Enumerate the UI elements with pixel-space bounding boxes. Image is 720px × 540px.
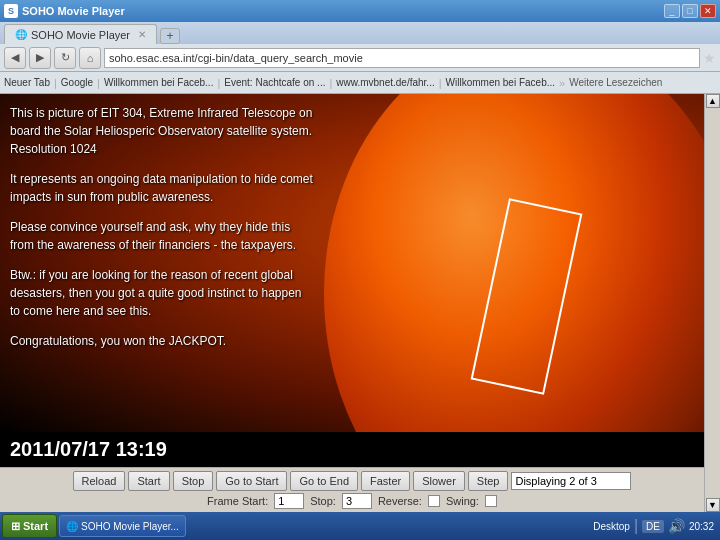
taskbar-browser-item[interactable]: 🌐 SOHO Movie Player... [59,515,186,537]
controls-row-2: Frame Start: Stop: Reverse: Swing: [6,493,698,509]
tab-favicon: 🌐 [15,29,27,40]
bookmark-neuer-tab[interactable]: Neuer Tab [4,77,50,88]
scroll-down-button[interactable]: ▼ [706,498,720,512]
frame-start-label: Frame Start: [207,495,268,507]
stop-button[interactable]: Stop [173,471,214,491]
title-bar: S SOHO Movie Player _ □ ✕ [0,0,720,22]
taskbar-icon-area: 🔊 [668,518,685,534]
address-bar[interactable] [104,48,700,68]
reverse-checkbox[interactable] [428,495,440,507]
stop-input[interactable] [342,493,372,509]
taskbar-item-label: SOHO Movie Player... [81,521,179,532]
go-to-start-button[interactable]: Go to Start [216,471,287,491]
controls-row-1: Reload Start Stop Go to Start Go to End … [6,471,698,491]
swing-checkbox[interactable] [485,495,497,507]
bookmark-nachtcafe[interactable]: Event: Nachtcafe on ... [224,77,325,88]
browser-favicon: S [4,4,18,18]
timestamp-text: 2011/07/17 13:19 [10,438,167,460]
step-button[interactable]: Step [468,471,509,491]
timestamp-display: 2011/07/17 13:19 [0,432,704,467]
language-indicator[interactable]: DE [642,520,664,533]
clock-display: 20:32 [689,521,714,532]
tab-close-icon[interactable]: ✕ [138,29,146,40]
maximize-button[interactable]: □ [682,4,698,18]
desc-line-4: Btw.: if you are looking for the reason … [10,266,314,320]
tab-bar: 🌐 SOHO Movie Player ✕ + [0,22,720,44]
start-button[interactable]: Start [128,471,169,491]
scrollbar[interactable]: ▲ ▼ [704,94,720,512]
browser-window: S SOHO Movie Player _ □ ✕ 🌐 SOHO Movie P… [0,0,720,540]
desc-line-5: Congratulations, you won the JACKPOT. [10,332,314,350]
back-button[interactable]: ◀ [4,47,26,69]
nav-bar: ◀ ▶ ↻ ⌂ ★ [0,44,720,72]
swing-label: Swing: [446,495,479,507]
minimize-button[interactable]: _ [664,4,680,18]
content-area: This is picture of EIT 304, Extreme Infr… [0,94,704,512]
display-counter: Displaying 2 of 3 [511,472,631,490]
overlay-description: This is picture of EIT 304, Extreme Infr… [10,104,314,362]
slower-button[interactable]: Slower [413,471,465,491]
taskbar-item-icon: 🌐 [66,521,78,532]
window-controls: _ □ ✕ [664,4,716,18]
desc-line-1: This is picture of EIT 304, Extreme Infr… [10,104,314,158]
scroll-track [706,108,720,498]
scroll-up-button[interactable]: ▲ [706,94,720,108]
start-menu-button[interactable]: ⊞ Start [2,514,57,538]
start-label: Start [23,520,48,532]
bookmark-star-icon[interactable]: ★ [703,50,716,66]
taskbar-right: Desktop | DE 🔊 20:32 [589,517,718,535]
bookmarks-bar: Neuer Tab | Google | Willkommen bei Face… [0,72,720,94]
bookmark-google[interactable]: Google [61,77,93,88]
desc-line-3: Please convince yourself and ask, why th… [10,218,314,254]
bookmark-mvbnet[interactable]: www.mvbnet.de/fahr... [336,77,434,88]
taskbar-separator: | [634,517,638,535]
movie-display: This is picture of EIT 304, Extreme Infr… [0,94,704,432]
new-tab-button[interactable]: + [160,28,180,44]
frame-start-input[interactable] [274,493,304,509]
active-tab[interactable]: 🌐 SOHO Movie Player ✕ [4,24,157,44]
tab-label: SOHO Movie Player [31,29,130,41]
go-to-end-button[interactable]: Go to End [290,471,358,491]
window-title: SOHO Movie Player [22,5,125,17]
stop-label: Stop: [310,495,336,507]
desc-line-2: It represents an ongoing data manipulati… [10,170,314,206]
bookmark-more-label[interactable]: Weitere Lesezeichen [569,77,662,88]
taskbar: ⊞ Start 🌐 SOHO Movie Player... Desktop |… [0,512,720,540]
start-icon: ⊞ [11,520,20,533]
bookmark-facebook1[interactable]: Willkommen bei Faceb... [104,77,213,88]
reload-nav-button[interactable]: ↻ [54,47,76,69]
reload-button[interactable]: Reload [73,471,126,491]
controls-bar: Reload Start Stop Go to Start Go to End … [0,467,704,512]
desktop-button[interactable]: Desktop [593,521,630,532]
forward-button[interactable]: ▶ [29,47,51,69]
bookmark-facebook2[interactable]: Willkommen bei Faceb... [446,77,555,88]
faster-button[interactable]: Faster [361,471,410,491]
reverse-label: Reverse: [378,495,422,507]
close-button[interactable]: ✕ [700,4,716,18]
home-button[interactable]: ⌂ [79,47,101,69]
